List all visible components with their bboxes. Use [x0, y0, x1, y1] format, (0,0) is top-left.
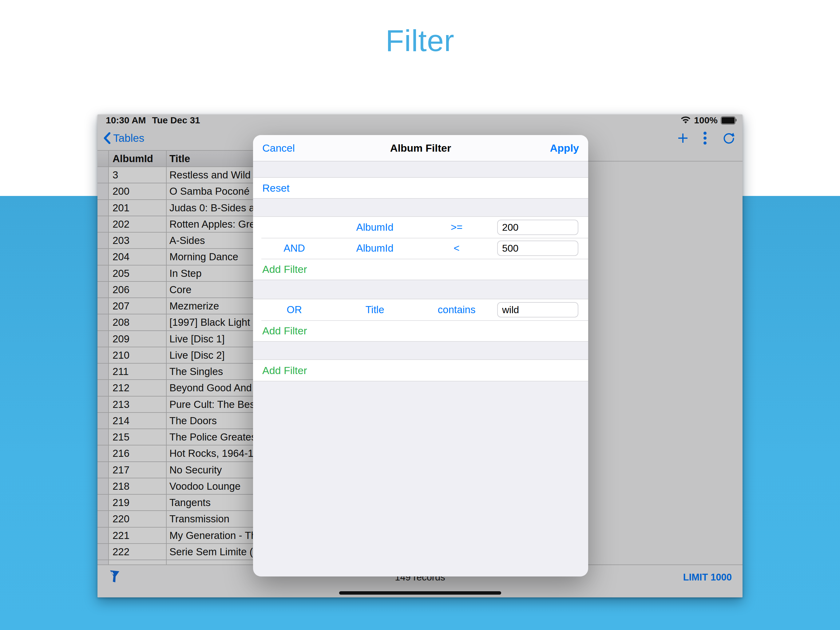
- row-albumid-cell: 215: [109, 429, 167, 445]
- comparison-operator-button[interactable]: >=: [451, 217, 463, 238]
- filter-row: AlbumId >=: [253, 217, 588, 238]
- battery-percent: 100%: [694, 115, 718, 125]
- row-albumid-cell: 222: [109, 544, 167, 560]
- section-spacer: [253, 199, 588, 216]
- field-button[interactable]: AlbumId: [356, 238, 393, 259]
- filter-group-1: AlbumId >= AND AlbumId < Add Filter: [253, 216, 588, 280]
- filter-group-2: OR Title contains Add Filter: [253, 299, 588, 342]
- status-time-date: 10:30 AMTue Dec 31: [106, 115, 200, 125]
- status-time: 10:30 AM: [106, 115, 146, 125]
- reset-button[interactable]: Reset: [262, 178, 290, 198]
- row-albumid-cell: 212: [109, 380, 167, 396]
- row-gutter-cell: [98, 331, 109, 347]
- status-date: Tue Dec 31: [152, 115, 200, 125]
- field-button[interactable]: Title: [365, 299, 384, 320]
- row-gutter-cell: [98, 282, 109, 298]
- row-gutter-cell: [98, 233, 109, 249]
- row-gutter-cell: [98, 364, 109, 380]
- row-gutter-cell: [98, 429, 109, 445]
- add-button[interactable]: [678, 133, 687, 143]
- row-gutter-cell: [98, 200, 109, 216]
- table-header-albumid: AlbumId: [109, 151, 167, 167]
- row-gutter-cell: [98, 184, 109, 199]
- modal-header: Cancel Album Filter Apply: [253, 135, 588, 161]
- row-gutter-cell: [98, 397, 109, 413]
- add-filter-row[interactable]: Add Filter: [253, 259, 588, 280]
- row-albumid-cell: 218: [109, 478, 167, 495]
- row-gutter-cell: [98, 314, 109, 331]
- table-header-gutter: [98, 151, 109, 167]
- row-gutter-cell: [98, 167, 109, 184]
- ipad-screenshot: 10:30 AMTue Dec 31 100% Tables Alb: [98, 114, 742, 597]
- row-gutter-cell: [98, 478, 109, 495]
- row-gutter-cell: [98, 462, 109, 478]
- reset-row[interactable]: Reset: [253, 177, 588, 199]
- more-options-button[interactable]: [702, 131, 708, 146]
- row-albumid-cell: 3: [109, 167, 167, 184]
- comparison-operator-button[interactable]: <: [453, 238, 459, 259]
- row-gutter-cell: [98, 413, 109, 429]
- row-gutter-cell: [98, 495, 109, 511]
- add-filter-button[interactable]: Add Filter: [262, 320, 307, 341]
- row-albumid-cell: 206: [109, 282, 167, 298]
- row-gutter-cell: [98, 249, 109, 265]
- add-filter-button[interactable]: Add Filter: [262, 259, 307, 280]
- filter-row: OR Title contains: [253, 299, 588, 320]
- filter-value-input[interactable]: [497, 302, 578, 317]
- row-gutter-cell: [98, 527, 109, 544]
- row-albumid-cell: 217: [109, 462, 167, 478]
- filter-rows: AlbumId >= AND AlbumId <: [253, 217, 588, 259]
- row-albumid-cell: 201: [109, 200, 167, 216]
- page-title: Filter: [0, 24, 840, 58]
- row-albumid-cell: 207: [109, 298, 167, 314]
- filter-rows: OR Title contains: [253, 299, 588, 320]
- row-albumid-cell: 203: [109, 233, 167, 249]
- logic-operator-button[interactable]: OR: [287, 299, 302, 320]
- field-button[interactable]: AlbumId: [356, 217, 393, 238]
- section-spacer: [253, 161, 588, 177]
- row-gutter-cell: [98, 298, 109, 314]
- row-albumid-cell: 221: [109, 527, 167, 544]
- row-gutter-cell: [98, 445, 109, 462]
- row-albumid-cell: 219: [109, 495, 167, 511]
- comparison-operator-button[interactable]: contains: [438, 299, 476, 320]
- row-albumid-cell: 213: [109, 397, 167, 413]
- row-albumid-cell: 204: [109, 249, 167, 265]
- row-gutter-cell: [98, 216, 109, 233]
- status-bar: 10:30 AMTue Dec 31 100%: [98, 114, 742, 126]
- refresh-button[interactable]: [723, 132, 735, 144]
- section-spacer: [253, 280, 588, 299]
- filter-value-input[interactable]: [497, 241, 578, 256]
- row-albumid-cell: 208: [109, 314, 167, 331]
- row-gutter-cell: [98, 266, 109, 282]
- add-filter-row[interactable]: Add Filter: [253, 320, 588, 341]
- row-gutter-cell: [98, 380, 109, 396]
- row-albumid-cell: 205: [109, 266, 167, 282]
- battery-icon: [721, 116, 736, 125]
- row-albumid-cell: 216: [109, 445, 167, 462]
- logic-operator-button[interactable]: AND: [284, 238, 305, 259]
- row-albumid-cell: 210: [109, 347, 167, 364]
- wifi-icon: [681, 116, 691, 124]
- row-albumid-cell: 200: [109, 184, 167, 199]
- row-gutter-cell: [98, 544, 109, 560]
- album-filter-modal: Cancel Album Filter Apply Reset AlbumId …: [253, 135, 588, 576]
- row-gutter-cell: [98, 347, 109, 364]
- home-indicator[interactable]: [339, 591, 501, 595]
- row-albumid-cell: 211: [109, 364, 167, 380]
- row-albumid-cell: 209: [109, 331, 167, 347]
- row-gutter-cell: [98, 511, 109, 527]
- section-spacer: [253, 342, 588, 359]
- filter-row: AND AlbumId <: [253, 238, 588, 259]
- apply-button[interactable]: Apply: [550, 135, 579, 161]
- row-albumid-cell: 214: [109, 413, 167, 429]
- limit-button[interactable]: LIMIT 1000: [683, 572, 732, 583]
- add-filter-button[interactable]: Add Filter: [262, 360, 307, 381]
- row-albumid-cell: 202: [109, 216, 167, 233]
- filter-value-input[interactable]: [497, 220, 578, 235]
- add-filter-row[interactable]: Add Filter: [253, 360, 588, 381]
- filter-group-3: Add Filter: [253, 359, 588, 381]
- row-albumid-cell: 220: [109, 511, 167, 527]
- modal-title: Album Filter: [253, 135, 588, 161]
